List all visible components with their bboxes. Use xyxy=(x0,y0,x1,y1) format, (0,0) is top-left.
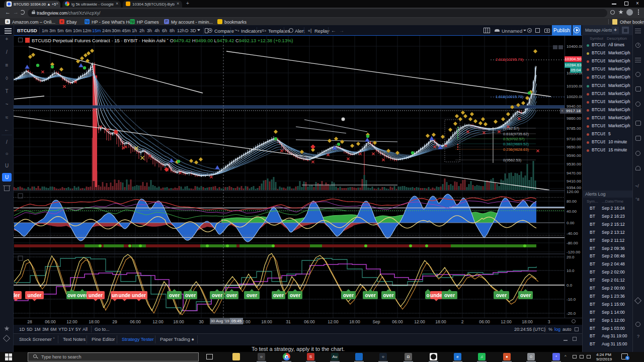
svg-text:over: over xyxy=(343,293,354,298)
svg-text:unde: unde xyxy=(430,293,442,298)
svg-text:(9782.67): (9782.67) xyxy=(503,126,520,131)
svg-text:over: over xyxy=(185,293,196,298)
svg-text:under: under xyxy=(89,293,103,298)
svg-text:0.618(9735.62): 0.618(9735.62) xyxy=(503,132,529,136)
svg-text:over: over xyxy=(273,293,284,298)
svg-text:over: over xyxy=(226,293,237,298)
svg-text:ove: ove xyxy=(67,293,76,298)
svg-text:o: o xyxy=(426,293,429,298)
svg-text:un: un xyxy=(112,293,118,298)
svg-text:over: over xyxy=(290,293,300,298)
svg-text:under: under xyxy=(28,293,42,298)
svg-text:over: over xyxy=(212,293,222,298)
svg-text:unde: unde xyxy=(119,293,131,298)
svg-text:over: over xyxy=(169,293,180,298)
svg-text:over: over xyxy=(77,293,88,298)
svg-text:over: over xyxy=(247,293,257,298)
svg-text:under: under xyxy=(132,293,146,298)
svg-text:der: der xyxy=(14,293,20,298)
svg-text:0.236(9628.63): 0.236(9628.63) xyxy=(503,147,529,152)
svg-text:0.382(9669.52): 0.382(9669.52) xyxy=(503,142,529,146)
svg-text:over: over xyxy=(520,293,531,298)
svg-text:0(9562.53): 0(9562.53) xyxy=(503,158,522,162)
svg-text:0.5(9702.57): 0.5(9702.57) xyxy=(503,137,525,141)
svg-text:over: over xyxy=(365,293,375,298)
svg-text:over: over xyxy=(383,293,393,298)
svg-text:over: over xyxy=(444,293,455,298)
svg-text:2.618(10295.79): 2.618(10295.79) xyxy=(496,57,524,62)
svg-text:1.618(10015.70): 1.618(10015.70) xyxy=(496,95,524,99)
svg-text:over: over xyxy=(496,293,507,298)
